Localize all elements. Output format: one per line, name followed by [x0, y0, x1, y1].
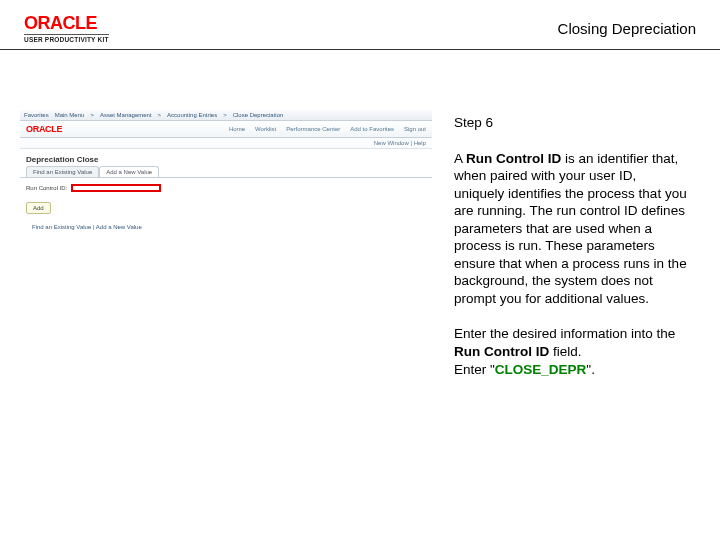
page-title: Closing Depreciation: [558, 14, 696, 37]
nav-link-home[interactable]: Home: [229, 126, 245, 132]
nav-link-perf[interactable]: Performance Center: [286, 126, 340, 132]
logo-block: ORACLE USER PRODUCTIVITY KIT: [24, 14, 109, 43]
text: Enter ": [454, 362, 495, 377]
app-subheader[interactable]: New Window | Help: [20, 138, 432, 149]
app-brand-row: ORACLE Home Worklist Performance Center …: [20, 121, 432, 138]
breadcrumb-item[interactable]: Favorites: [24, 112, 49, 118]
embedded-app: Favorites Main Menu > Asset Management >…: [20, 110, 432, 240]
entry-value: CLOSE_DEPR: [495, 362, 587, 377]
step-label: Step 6: [454, 114, 690, 132]
nav-link-signout[interactable]: Sign out: [404, 126, 426, 132]
breadcrumb-item[interactable]: Asset Management: [100, 112, 152, 118]
app-page-title: Depreciation Close: [20, 149, 432, 166]
breadcrumb-bar: Favorites Main Menu > Asset Management >…: [20, 110, 432, 121]
oracle-logo: ORACLE: [24, 14, 109, 32]
run-control-row: Run Control ID:: [26, 184, 426, 192]
form-area: Run Control ID: Add Find an Existing Val…: [20, 178, 432, 240]
page-header: ORACLE USER PRODUCTIVITY KIT Closing Dep…: [0, 0, 720, 50]
run-control-id-input[interactable]: [71, 184, 161, 192]
run-control-id-field: Run Control ID: [454, 344, 549, 359]
breadcrumb-item[interactable]: Main Menu: [55, 112, 85, 118]
nav-link-fav[interactable]: Add to Favorites: [350, 126, 394, 132]
instruction-paragraph-2: Enter the desired information into the R…: [454, 325, 690, 378]
text: field.: [549, 344, 581, 359]
text: ".: [586, 362, 595, 377]
tab-find-existing[interactable]: Find an Existing Value: [26, 166, 99, 177]
breadcrumb-item[interactable]: Accounting Entries: [167, 112, 217, 118]
breadcrumb-item[interactable]: Close Depreciation: [233, 112, 284, 118]
run-control-id-term: Run Control ID: [466, 151, 561, 166]
footer-links[interactable]: Find an Existing Value | Add a New Value: [26, 214, 426, 234]
nav-link-worklist[interactable]: Worklist: [255, 126, 276, 132]
text: A: [454, 151, 466, 166]
content-area: Favorites Main Menu > Asset Management >…: [0, 50, 720, 396]
run-control-label: Run Control ID:: [26, 185, 67, 191]
screenshot-column: Favorites Main Menu > Asset Management >…: [0, 50, 440, 396]
text: is an identifier that, when paired with …: [454, 151, 687, 306]
instruction-paragraph-1: A Run Control ID is an identifier that, …: [454, 150, 690, 308]
text: Enter the desired information into the: [454, 326, 675, 341]
tab-strip: Find an Existing Value Add a New Value: [20, 166, 432, 178]
upk-tagline: USER PRODUCTIVITY KIT: [24, 34, 109, 43]
add-button[interactable]: Add: [26, 202, 51, 214]
instruction-column: Step 6 A Run Control ID is an identifier…: [440, 50, 720, 396]
mini-oracle-logo: ORACLE: [26, 124, 62, 134]
tab-add-new[interactable]: Add a New Value: [99, 166, 159, 177]
